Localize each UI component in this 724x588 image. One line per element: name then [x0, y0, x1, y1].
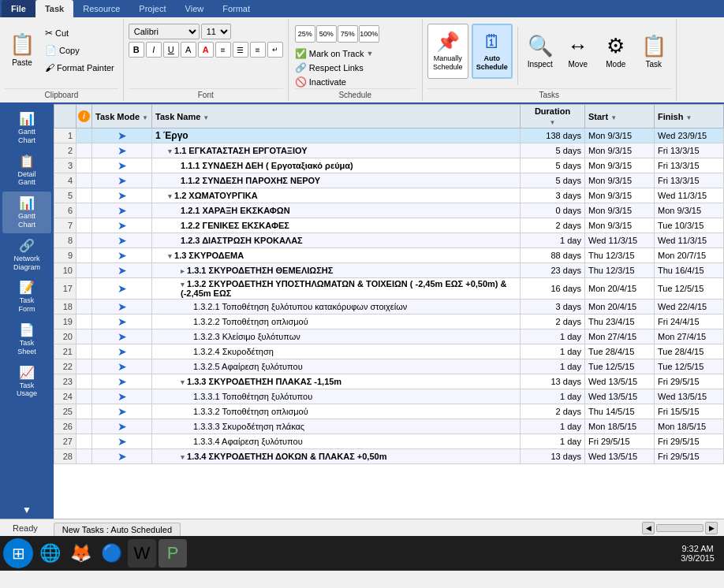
table-row[interactable]: 9➤▾ 1.3 ΣΚΥΡΟΔΕΜΑ88 daysThu 12/3/15Mon 2… [54, 248, 724, 263]
table-row[interactable]: 20➤1.3.2.3 Κλείσιμο ξυλότυπων1 dayMon 27… [54, 329, 724, 344]
taskbar-icon-browser1[interactable]: 🌐 [35, 539, 64, 568]
collapse-button[interactable]: ▾ [168, 147, 172, 155]
row-task-name[interactable]: ▾ 1.3.4 ΣΚΥΡΟΔΕΤΗΣΗ ΔΟΚΩΝ & ΠΛΑΚΑΣ +0,50… [152, 449, 521, 464]
tab-resource[interactable]: Resource [73, 0, 129, 17]
task-button[interactable]: 📋 Task [636, 24, 671, 79]
sidebar-item-task-form[interactable]: 📝 TaskForm [2, 276, 51, 318]
col-header-task-name[interactable]: Task Name ▼ [152, 105, 521, 128]
wrap-text-button[interactable]: ↵ [267, 42, 283, 58]
start-button[interactable]: ⊞ [3, 538, 33, 568]
row-task-name[interactable]: ▾ 1.3.2 ΣΚΥΡΟΔΕΤΗΣΗ ΥΠΟΣΤΗΛΩΜΑΤΩΝ & ΤΟΙΧ… [152, 278, 521, 300]
font-family-select[interactable]: Calibri [129, 24, 200, 39]
collapse-button[interactable]: ▾ [181, 281, 185, 288]
row-task-name[interactable]: ▾ 1.3 ΣΚΥΡΟΔΕΜΑ [152, 248, 521, 263]
table-row[interactable]: 5➤▾ 1.2 ΧΩΜΑΤΟΥΡΓΙΚΑ3 daysMon 9/3/15Wed … [54, 188, 724, 203]
zoom-100-button[interactable]: 100% [359, 25, 379, 43]
row-task-name[interactable]: 1.2.3 ΔΙΑΣΤΡΩΣΗ ΚΡΟΚΑΛΑΣ [152, 233, 521, 248]
sidebar-item-gantt-chart2[interactable]: 📊 GanttChart [2, 192, 51, 233]
new-tasks-tab[interactable]: New Tasks : Auto Scheduled [54, 523, 181, 536]
horizontal-scroll[interactable]: ◀ ▶ [642, 522, 718, 536]
table-row[interactable]: 26➤1.3.3.3 Σκυροδέτηση πλάκας1 dayMon 18… [54, 419, 724, 434]
tab-file[interactable]: File [2, 0, 35, 17]
table-row[interactable]: 17➤▾ 1.3.2 ΣΚΥΡΟΔΕΤΗΣΗ ΥΠΟΣΤΗΛΩΜΑΤΩΝ & Τ… [54, 278, 724, 300]
table-row[interactable]: 27➤1.3.3.4 Αφαίρεση ξυλότυπου1 dayFri 29… [54, 434, 724, 449]
row-task-name[interactable]: 1.2.1 ΧΑΡΑΞΗ ΕΚΣΚΑΦΩΝ [152, 203, 521, 218]
collapse-button[interactable]: ▾ [181, 453, 185, 461]
scrollbar-track[interactable] [656, 524, 703, 532]
scroll-right-button[interactable]: ▶ [705, 522, 718, 534]
row-task-name[interactable]: ▾ 1.2 ΧΩΜΑΤΟΥΡΓΙΚΑ [152, 188, 521, 203]
row-task-name[interactable]: 1 Έργο [152, 128, 521, 143]
inactivate-button[interactable]: 🚫 Inactivate [295, 76, 416, 88]
table-row[interactable]: 3➤1.1.1 ΣΥΝΔΕΣΗ ΔΕΗ ( Εργοταξιακό ρεύμα)… [54, 158, 724, 173]
row-task-name[interactable]: 1.3.3.3 Σκυροδέτηση πλάκας [152, 419, 521, 434]
collapse-button[interactable]: ▾ [168, 252, 172, 260]
table-row[interactable]: 2➤▾ 1.1 ΕΓΚΑΤΑΣΤΑΣΗ ΕΡΓΟΤΑΞΙΟΥ5 daysMon … [54, 143, 724, 158]
collapse-button[interactable]: ▾ [168, 192, 172, 200]
taskbar-icon-browser3[interactable]: 🔵 [97, 539, 125, 568]
row-task-name[interactable]: 1.1.1 ΣΥΝΔΕΣΗ ΔΕΗ ( Εργοταξιακό ρεύμα) [152, 158, 521, 173]
row-task-name[interactable]: 1.3.2.1 Τοποθέτηση ξυλότυπου κατακόρυφων… [152, 300, 521, 314]
sidebar-item-network-diagram[interactable]: 🔗 NetworkDiagram [2, 234, 51, 276]
table-row[interactable]: 22➤1.3.2.5 Αφαίρεση ξυλότυπου1 dayTue 12… [54, 359, 724, 374]
table-row[interactable]: 1➤1 Έργο138 daysMon 9/3/15Wed 23/9/15 [54, 128, 724, 143]
row-task-name[interactable]: ▾ 1.1 ΕΓΚΑΤΑΣΤΑΣΗ ΕΡΓΟΤΑΞΙΟΥ [152, 143, 521, 158]
format-painter-button[interactable]: 🖌 Format Painter [41, 60, 118, 76]
table-row[interactable]: 10➤▸ 1.3.1 ΣΚΥΡΟΔΕΤΗΣΗ ΘΕΜΕΛΙΩΣΗΣ23 days… [54, 263, 724, 278]
font-highlight-button[interactable]: A [181, 42, 196, 58]
sidebar-item-gantt-chart[interactable]: 📊 GanttChart [2, 107, 51, 149]
zoom-50-button[interactable]: 50% [316, 25, 337, 43]
zoom-25-button[interactable]: 25% [295, 25, 315, 43]
row-task-name[interactable]: 1.2.2 ΓΕΝΙΚΕΣ ΕΚΣΚΑΦΕΣ [152, 218, 521, 233]
row-task-name[interactable]: 1.3.3.4 Αφαίρεση ξυλότυπου [152, 434, 521, 449]
taskbar-icon-project[interactable]: P [159, 539, 187, 568]
table-row[interactable]: 6➤1.2.1 ΧΑΡΑΞΗ ΕΚΣΚΑΦΩΝ0 daysMon 9/3/15M… [54, 203, 724, 218]
scroll-left-button[interactable]: ◀ [642, 522, 655, 534]
expand-button[interactable]: ▸ [181, 267, 185, 275]
table-row[interactable]: 8➤1.2.3 ΔΙΑΣΤΡΩΣΗ ΚΡΟΚΑΛΑΣ1 dayWed 11/3/… [54, 233, 724, 248]
row-task-name[interactable]: 1.3.2.3 Κλείσιμο ξυλότυπων [152, 329, 521, 344]
row-task-name[interactable]: 1.3.2.4 Σκυροδέτηση [152, 344, 521, 359]
taskbar-icon-word[interactable]: W [128, 539, 156, 568]
auto-schedule-button[interactable]: 🗓 AutoSchedule [472, 24, 513, 79]
font-color-button[interactable]: A [198, 42, 214, 58]
row-task-name[interactable]: 1.3.2.2 Τοποθέτηση οπλισμού [152, 314, 521, 329]
manually-schedule-button[interactable]: 📌 ManuallySchedule [427, 24, 468, 79]
sidebar-item-task-sheet[interactable]: 📄 TaskSheet [2, 318, 51, 360]
collapse-button[interactable]: ▾ [181, 378, 185, 386]
font-size-select[interactable]: 11 [201, 24, 231, 39]
row-task-name[interactable]: ▸ 1.3.1 ΣΚΥΡΟΔΕΤΗΣΗ ΘΕΜΕΛΙΩΣΗΣ [152, 263, 521, 278]
align-center-button[interactable]: ☰ [233, 42, 248, 58]
table-row[interactable]: 7➤1.2.2 ΓΕΝΙΚΕΣ ΕΚΣΚΑΦΕΣ2 daysMon 9/3/15… [54, 218, 724, 233]
table-row[interactable]: 24➤1.3.3.1 Τοποθέτηση ξυλότυπου1 dayWed … [54, 389, 724, 404]
mark-on-track-button[interactable]: ✅ Mark on Track ▼ [295, 47, 416, 60]
table-row[interactable]: 21➤1.3.2.4 Σκυροδέτηση1 dayTue 28/4/15Tu… [54, 344, 724, 359]
tab-project[interactable]: Project [129, 0, 175, 17]
row-task-name[interactable]: 1.1.2 ΣΥΝΔΕΣΗ ΠΑΡΟΧΗΣ ΝΕΡΟΥ [152, 173, 521, 188]
row-task-name[interactable]: 1.3.3.2 Τοποθέτηση οπλισμού [152, 404, 521, 419]
tab-view[interactable]: View [176, 0, 214, 17]
bold-button[interactable]: B [129, 42, 144, 58]
sidebar-item-task-usage[interactable]: 📈 TaskUsage [2, 361, 51, 403]
underline-button[interactable]: U [163, 42, 179, 58]
table-row[interactable]: 25➤1.3.3.2 Τοποθέτηση οπλισμού2 daysThu … [54, 404, 724, 419]
sidebar-scroll-down[interactable]: ▼ [22, 504, 32, 515]
italic-button[interactable]: I [146, 42, 162, 58]
table-row[interactable]: 28➤▾ 1.3.4 ΣΚΥΡΟΔΕΤΗΣΗ ΔΟΚΩΝ & ΠΛΑΚΑΣ +0… [54, 449, 724, 464]
table-row[interactable]: 19➤1.3.2.2 Τοποθέτηση οπλισμού2 daysThu … [54, 314, 724, 329]
zoom-75-button[interactable]: 75% [338, 25, 358, 43]
col-header-task-mode[interactable]: Task Mode ▼ [92, 105, 152, 128]
sidebar-item-detail-gantt[interactable]: 📋 DetailGantt [2, 150, 51, 192]
tab-format[interactable]: Format [213, 0, 259, 17]
col-header-finish[interactable]: Finish ▼ [655, 105, 724, 128]
taskbar-icon-browser2[interactable]: 🦊 [66, 539, 95, 568]
col-header-start[interactable]: Start ▼ [585, 105, 655, 128]
tab-task[interactable]: Task [35, 0, 73, 17]
align-left-button[interactable]: ≡ [215, 42, 231, 58]
row-task-name[interactable]: 1.3.2.5 Αφαίρεση ξυλότυπου [152, 359, 521, 374]
copy-button[interactable]: 📄 Copy [41, 43, 118, 58]
row-task-name[interactable]: ▾ 1.3.3 ΣΚΥΡΟΔΕΤΗΣΗ ΠΛΑΚΑΣ -1,15m [152, 374, 521, 389]
table-row[interactable]: 4➤1.1.2 ΣΥΝΔΕΣΗ ΠΑΡΟΧΗΣ ΝΕΡΟΥ5 daysMon 9… [54, 173, 724, 188]
respect-links-button[interactable]: 🔗 Respect Links [295, 61, 416, 74]
row-task-name[interactable]: 1.3.3.1 Τοποθέτηση ξυλότυπου [152, 389, 521, 404]
